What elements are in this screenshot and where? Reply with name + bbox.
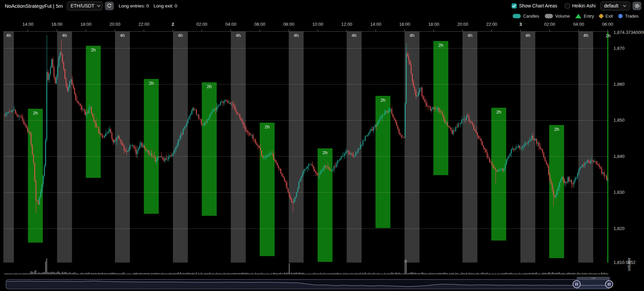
chart-legend: Candles Volume Entry Exit Trades	[507, 12, 639, 20]
area-2h	[375, 96, 390, 228]
pair-select[interactable]: ETH/USDT	[67, 1, 103, 11]
price-tick-label: 1,840	[614, 154, 625, 159]
navigator-selection[interactable]	[577, 279, 609, 289]
time-axis: 14:0016:0018:0020:0022:00202:0004:0006:0…	[3, 22, 613, 32]
area-2h-label: 2h	[33, 110, 38, 116]
grip-dots-icon	[592, 277, 592, 279]
time-tick-label: 14:00	[22, 22, 34, 27]
area-2h	[607, 32, 608, 263]
area-2h-label: 2h	[323, 150, 327, 155]
area-2h	[28, 109, 43, 243]
candlestick-chart[interactable]: 4h4h4h4h4h4h4h4h4h4h4h2h2h2h2h2h2h2h2h2h…	[0, 0, 644, 291]
time-tick-label: 16:00	[399, 22, 410, 27]
area-4h-label: 4h	[62, 33, 67, 38]
price-axis: 1,874.3734000001,8701,8601,8501,8401,830…	[614, 30, 644, 271]
area-4h-label: 4h	[583, 33, 588, 38]
time-tick-label: 04:00	[573, 22, 584, 27]
handle-pause-icon	[576, 283, 576, 286]
area-2h-label: 2h	[606, 33, 610, 38]
area-4h	[463, 32, 477, 263]
volume-bars	[4, 258, 608, 274]
area-2h	[144, 79, 159, 214]
time-tick-label: 06:00	[254, 22, 265, 27]
plot-config-value: default	[604, 3, 618, 8]
legend-item-entry[interactable]: Entry	[575, 14, 594, 19]
area-4h	[405, 32, 420, 263]
area-2h-label: 2h	[207, 84, 212, 89]
time-tick-label: 18:00	[80, 22, 91, 27]
plot-config-select[interactable]: default	[600, 1, 630, 11]
refresh-button[interactable]	[105, 2, 114, 10]
price-tick-label: 1,820	[614, 226, 625, 231]
area-4h-label: 4h	[236, 33, 240, 38]
top-toolbar: NoActionStrategyFut | 5m ETH/USDT Long e…	[0, 0, 644, 12]
area-2h	[549, 125, 564, 258]
area-4h	[520, 32, 535, 263]
price-tick-label: 1,874.373400000	[614, 30, 644, 35]
gear-icon	[635, 3, 640, 8]
refresh-icon	[107, 3, 112, 8]
area-4h-label: 4h	[525, 33, 530, 38]
area-4h	[231, 32, 246, 263]
check-icon	[512, 4, 516, 7]
handle-pause-icon	[577, 283, 578, 286]
legend-label: Entry	[584, 14, 594, 19]
area-4h-label: 4h	[468, 33, 472, 38]
price-tick-label: 1,850	[614, 118, 625, 123]
navigator-right-handle[interactable]	[605, 280, 613, 288]
time-tick-label: 12:00	[341, 22, 352, 27]
candles-swatch-icon	[513, 14, 521, 18]
entry-triangle-icon	[575, 14, 581, 18]
settings-button[interactable]	[632, 2, 641, 10]
time-tick-label: 02:00	[544, 22, 555, 27]
trades-circle-icon	[618, 14, 623, 18]
legend-label: Candles	[523, 14, 539, 19]
heikin-ashi-checkbox[interactable]	[565, 3, 570, 8]
chevron-down-icon	[623, 5, 626, 7]
legend-item-candles[interactable]: Candles	[513, 14, 539, 19]
volume-axis-label: volume	[627, 258, 631, 271]
area-4h-label: 4h	[120, 33, 125, 38]
area-2h	[260, 123, 275, 256]
show-chart-areas-checkbox[interactable]	[512, 3, 517, 8]
volume-layer	[4, 258, 608, 274]
area-2h-label: 2h	[265, 124, 270, 129]
price-tick-label: 1,870	[614, 46, 625, 51]
area-2h-label: 2h	[496, 109, 501, 115]
area-2h-label: 2h	[438, 43, 443, 48]
price-tick-label: 1,810.5952	[614, 260, 636, 265]
navigator-left-handle[interactable]	[573, 280, 580, 288]
time-tick-label: 20:00	[457, 22, 468, 27]
legend-label: Exit	[605, 14, 613, 19]
area-4h	[115, 32, 130, 263]
area-2h-label: 2h	[381, 98, 385, 103]
exit-diamond-icon	[599, 13, 604, 19]
page-title: NoActionStrategyFut | 5m	[5, 3, 63, 9]
show-chart-areas-label: Show Chart Areas	[519, 3, 557, 8]
grip-dots-icon	[593, 277, 594, 279]
area-4h-label: 4h	[352, 33, 357, 38]
handle-pause-icon	[609, 283, 610, 286]
time-tick-label: 22:00	[486, 22, 497, 27]
area-4h-label: 4h	[6, 33, 11, 38]
toolbar-right: Show Chart Areas Heikin Ashi default	[512, 1, 641, 11]
area-4h	[347, 32, 362, 263]
data-zoom-navigator[interactable]	[6, 277, 613, 289]
legend-label: Volume	[555, 14, 570, 19]
area-4h	[289, 32, 304, 263]
legend-item-volume[interactable]: Volume	[545, 14, 570, 19]
time-tick-label: 02:00	[196, 22, 208, 27]
legend-item-trades[interactable]: Trades	[618, 14, 639, 19]
long-exit-count: Long exit: 0	[154, 3, 177, 8]
legend-label: Trades	[625, 14, 639, 19]
area-4h	[578, 32, 593, 263]
area-4h-label: 4h	[410, 33, 414, 38]
area-2h	[491, 108, 506, 241]
area-2h	[202, 82, 217, 216]
area-4h-label: 4h	[178, 33, 183, 38]
time-tick-label: 06:00	[602, 22, 613, 27]
heikin-ashi-label: Heikin Ashi	[572, 3, 596, 8]
time-tick-label: 08:00	[283, 22, 295, 27]
time-tick-label: 10:00	[312, 22, 323, 27]
legend-item-exit[interactable]: Exit	[599, 14, 613, 19]
